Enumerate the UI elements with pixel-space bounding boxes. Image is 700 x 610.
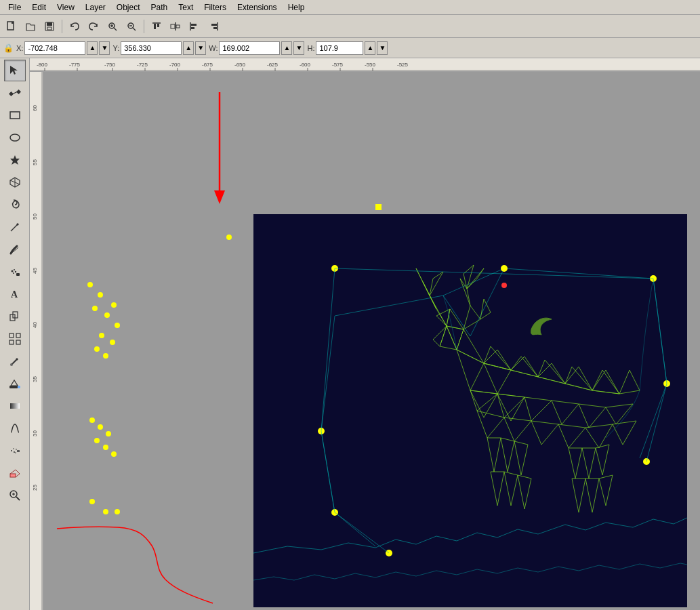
h-input[interactable] <box>316 41 363 55</box>
dropper-tool[interactable] <box>4 350 26 372</box>
svg-rect-3 <box>47 27 52 30</box>
svg-rect-19 <box>191 27 194 29</box>
menu-file[interactable]: File <box>3 1 26 14</box>
rect-tool[interactable] <box>4 104 26 126</box>
x-increment[interactable]: ▲ <box>87 41 98 55</box>
align-top-button[interactable] <box>148 18 165 35</box>
x-input[interactable] <box>24 41 85 55</box>
undo-button[interactable] <box>66 18 83 35</box>
svg-text:55: 55 <box>32 159 38 165</box>
x-decrement[interactable]: ▼ <box>99 41 110 55</box>
paint-spray-tool[interactable] <box>4 261 26 283</box>
lock-icon[interactable]: 🔒 <box>3 43 14 54</box>
yellow-dot-6 <box>104 312 110 318</box>
svg-rect-93 <box>30 72 43 610</box>
w-increment[interactable]: ▲ <box>281 41 292 55</box>
yellow-dot-3 <box>98 292 103 298</box>
node-tool2[interactable] <box>4 328 26 350</box>
calligraphy-tool[interactable] <box>4 239 26 260</box>
eraser-tool[interactable] <box>4 462 26 484</box>
svg-point-36 <box>11 270 13 272</box>
menu-layer[interactable]: Layer <box>80 1 111 14</box>
pencil-tool[interactable] <box>4 216 26 238</box>
w-decrement[interactable]: ▼ <box>293 41 304 55</box>
paint-bucket-tool[interactable] <box>4 373 26 394</box>
svg-point-39 <box>13 272 14 274</box>
select-tool[interactable] <box>4 60 26 81</box>
h-increment[interactable]: ▲ <box>365 41 375 55</box>
connector-tool[interactable] <box>4 418 26 439</box>
menu-text[interactable]: Text <box>173 1 199 14</box>
y-input[interactable] <box>121 41 182 55</box>
menu-path[interactable]: Path <box>146 1 173 14</box>
align-right-button[interactable] <box>205 18 222 35</box>
clone-tool[interactable] <box>4 306 26 327</box>
redo-button[interactable] <box>85 18 102 35</box>
yellow-dot-15 <box>94 438 100 443</box>
selection-handle-top[interactable] <box>375 204 382 210</box>
node-edit-tool[interactable] <box>4 82 26 104</box>
y-label: Y: <box>112 44 119 52</box>
save-button[interactable] <box>41 18 58 35</box>
star-tool[interactable] <box>4 149 26 171</box>
svg-point-55 <box>13 448 14 449</box>
svg-line-10 <box>133 28 136 30</box>
svg-text:60: 60 <box>32 105 38 111</box>
h-decrement[interactable]: ▼ <box>377 41 388 55</box>
menu-filters[interactable]: Filters <box>199 1 232 14</box>
zoom-out-button[interactable] <box>123 18 140 35</box>
canvas-area[interactable]: -800 -775 -750 -725 -700 -675 -650 -625 … <box>30 58 700 610</box>
text-tool[interactable]: A <box>4 283 26 305</box>
artwork-svg <box>253 214 687 607</box>
align-center-h-button[interactable] <box>167 18 184 35</box>
svg-rect-105 <box>253 214 687 607</box>
menu-object[interactable]: Object <box>111 1 146 14</box>
yellow-dot-4 <box>92 306 98 311</box>
svg-rect-2 <box>47 22 52 26</box>
svg-text:40: 40 <box>32 322 38 328</box>
svg-point-38 <box>14 271 16 272</box>
yellow-dot-19 <box>103 509 108 514</box>
menubar: File Edit View Layer Object Path Text Fi… <box>0 0 700 15</box>
3dbox-tool[interactable] <box>4 171 26 193</box>
y-increment[interactable]: ▲ <box>183 41 194 55</box>
ruler-top-svg: -800 -775 -750 -725 -700 -675 -650 -625 … <box>30 58 700 72</box>
svg-rect-60 <box>10 474 16 477</box>
y-decrement[interactable]: ▼ <box>195 41 206 55</box>
w-input[interactable] <box>219 41 280 55</box>
svg-rect-21 <box>211 24 217 26</box>
gradient-tool[interactable] <box>4 395 26 417</box>
artwork-canvas[interactable] <box>253 214 687 607</box>
align-left-button[interactable] <box>186 18 203 35</box>
workspace[interactable] <box>43 72 700 610</box>
ruler-left-svg: 60 55 50 45 40 35 30 25 <box>30 72 43 610</box>
h-label: H: <box>307 44 314 52</box>
ellipse-tool[interactable] <box>4 127 26 148</box>
svg-text:-625: -625 <box>267 62 279 68</box>
svg-line-26 <box>12 92 18 94</box>
svg-line-61 <box>10 470 16 474</box>
menu-edit[interactable]: Edit <box>26 1 52 14</box>
svg-rect-27 <box>10 112 20 119</box>
spiral-tool[interactable] <box>4 194 26 216</box>
svg-text:-575: -575 <box>332 62 344 68</box>
menu-help[interactable]: Help <box>283 1 310 14</box>
svg-text:-750: -750 <box>104 62 116 68</box>
svg-point-58 <box>15 452 16 453</box>
zoom-tool[interactable] <box>4 485 26 506</box>
open-button[interactable] <box>22 18 39 35</box>
menu-extensions[interactable]: Extensions <box>232 1 283 14</box>
yellow-dot-18 <box>89 499 95 504</box>
svg-rect-22 <box>213 27 217 29</box>
svg-point-171 <box>501 265 508 272</box>
svg-point-52 <box>18 386 20 388</box>
svg-text:50: 50 <box>32 214 38 220</box>
svg-rect-51 <box>9 386 18 388</box>
new-button[interactable] <box>3 18 20 35</box>
spray-tool[interactable] <box>4 440 26 462</box>
main-area: A <box>0 58 700 610</box>
menu-view[interactable]: View <box>52 1 80 14</box>
ruler-left: 60 55 50 45 40 35 30 25 <box>30 72 43 610</box>
zoom-in-button[interactable] <box>104 18 121 35</box>
svg-line-62 <box>16 470 20 474</box>
